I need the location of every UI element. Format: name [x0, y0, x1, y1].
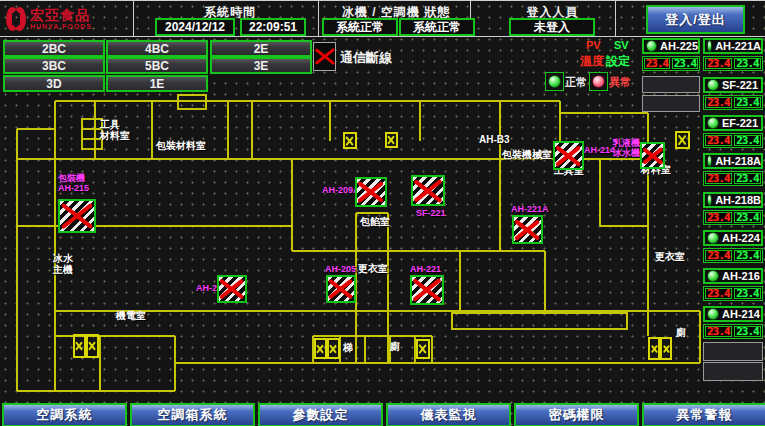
unit-sv-value: 23.4 [734, 212, 761, 223]
plan-unit-label-AH-215: 包裝機 AH-215 [58, 173, 89, 193]
floor-button-3bc[interactable]: 3BC [3, 57, 105, 74]
nav-button-password-auth[interactable]: 密碼權限 [514, 403, 639, 426]
unit-name: AH-224 [722, 232, 760, 244]
plan-unit-disconnected-icon-冰水機[interactable] [640, 142, 665, 169]
brand-name-en: HUNYA FOODS [30, 23, 92, 30]
unit-sv-value: 23.4 [734, 288, 761, 299]
header-sep-2 [318, 1, 319, 36]
plan-unit-label-冰水機: 乳液機 冰水機 [613, 138, 640, 158]
stairwell-icon [385, 132, 398, 148]
plan-unit-disconnected-icon-AH-224[interactable] [217, 275, 247, 303]
unit-pv-value: 23.4 [705, 212, 732, 223]
unit-status-led [646, 40, 657, 52]
plan-unit-disconnected-icon-AH-215[interactable] [58, 199, 96, 233]
plan-unit-disconnected-icon-AH-214[interactable] [553, 141, 584, 170]
unit-sv-value: 23.4 [734, 58, 761, 69]
pv-label: PV [586, 39, 601, 51]
unit-pv-value: 23.4 [705, 288, 732, 299]
unit-AH-218B-row[interactable]: AH-218B [703, 192, 763, 208]
header-divider [0, 36, 765, 37]
panel-empty-slot [642, 76, 700, 93]
panel-empty-slot [703, 342, 763, 361]
unit-name: SF-221 [722, 79, 758, 91]
unit-pv-value: 23.4 [705, 173, 732, 184]
header-sep-4 [615, 1, 616, 36]
room-label: 包餡室 [360, 216, 390, 227]
chiller-status: 系統正常 [322, 18, 398, 36]
unit-status-led [707, 117, 719, 129]
unit-AH-218B-values: 23.423.4 [703, 210, 763, 225]
unit-pv-value: 23.4 [644, 58, 670, 69]
plan-unit-disconnected-icon-AH-221[interactable] [410, 275, 444, 305]
floor-button-3d[interactable]: 3D [3, 75, 105, 92]
unit-name: AH-214 [722, 308, 760, 320]
unit-sv-value: 23.4 [734, 135, 761, 146]
unit-AH-218A-row[interactable]: AH-218A [703, 153, 763, 169]
unit-AH-225-values: 23.423.4 [642, 56, 700, 71]
plan-unit-disconnected-icon-SF-221[interactable] [411, 175, 445, 206]
floor-button-5bc[interactable]: 5BC [106, 57, 208, 74]
unit-name: AH-218A [715, 155, 761, 167]
unit-pv-value: 23.4 [705, 97, 732, 108]
stairwell-icon [648, 337, 660, 360]
floor-button-3e[interactable]: 3E [210, 57, 312, 74]
stairwell-icon [86, 334, 99, 358]
plan-unit-disconnected-icon-AH-209A[interactable] [355, 177, 387, 207]
unit-AH-224-row[interactable]: AH-224 [703, 230, 763, 246]
unit-AH-225-row[interactable]: AH-225 [642, 38, 700, 54]
unit-status-led [707, 270, 719, 282]
temp-label: 溫度 [580, 53, 604, 70]
room-label: 廁 [676, 327, 686, 338]
nav-button-ahu-system[interactable]: 空調箱系統 [130, 403, 255, 426]
comm-disconnect-icon [313, 42, 336, 71]
nav-button-parameter-settings[interactable]: 參數設定 [258, 403, 383, 426]
floor-button-4bc[interactable]: 4BC [106, 40, 208, 57]
abnormal-label: 異常 [609, 75, 631, 90]
normal-led [545, 72, 564, 91]
room-label: 包裝材料室 [156, 140, 206, 151]
plan-unit-disconnected-icon-AH-205[interactable] [326, 275, 356, 303]
unit-sv-value: 23.4 [734, 250, 761, 261]
unit-EF-221-row[interactable]: EF-221 [703, 115, 763, 131]
unit-SF-221-row[interactable]: SF-221 [703, 77, 763, 93]
unit-name: EF-221 [722, 117, 758, 129]
room-label: 機電室 [116, 310, 146, 321]
unit-status-led [707, 308, 719, 320]
unit-sv-value: 23.4 [734, 97, 761, 108]
plan-unit-label-AH-209A: AH-209A [322, 185, 360, 195]
unit-sv-value: 23.4 [734, 173, 761, 184]
nav-button-hvac-system[interactable]: 空調系統 [2, 403, 127, 426]
unit-sv-value: 23.4 [734, 326, 761, 337]
comm-disconnect-label: 通信斷線 [340, 49, 392, 67]
unit-AH-221A-row[interactable]: AH-221A [703, 38, 763, 54]
nav-button-alarm-report[interactable]: 異常警報 [642, 403, 765, 426]
plan-unit-label-AH-214: AH-214 [584, 145, 615, 155]
unit-pv-value: 23.4 [705, 326, 732, 337]
unit-status-led [707, 155, 712, 167]
logo-icon [6, 7, 26, 31]
plan-unit-disconnected-icon-AH-221A[interactable] [512, 215, 543, 244]
unit-AH-224-values: 23.423.4 [703, 248, 763, 263]
unit-EF-221-values: 23.423.4 [703, 133, 763, 148]
nav-button-meter-monitor[interactable]: 儀表監視 [386, 403, 511, 426]
room-label: 更衣室 [358, 263, 388, 274]
stairwell-icon [660, 337, 672, 360]
login-logout-button[interactable]: 登入/登出 [646, 5, 745, 34]
unit-name: AH-216 [722, 270, 760, 282]
company-logo: 宏亞食品 HUNYA FOODS [6, 3, 128, 35]
floor-button-1e[interactable]: 1E [106, 75, 208, 92]
system-clock-value: 22:09:51 [240, 18, 306, 36]
room-label: 更衣室 [655, 251, 685, 262]
unit-name: AH-221A [715, 40, 761, 52]
stairwell-icon [343, 132, 357, 149]
abnormal-led [589, 72, 608, 91]
floor-button-2bc[interactable]: 2BC [3, 40, 105, 57]
hmi-screen: 宏亞食品 HUNYA FOODS 系統時間 2024/12/12 22:09:5… [0, 0, 765, 426]
unit-AH-214-row[interactable]: AH-214 [703, 306, 763, 322]
floor-button-2e[interactable]: 2E [210, 40, 312, 57]
unit-status-led [707, 232, 719, 244]
unit-AH-216-row[interactable]: AH-216 [703, 268, 763, 284]
setting-label: 設定 [606, 53, 630, 70]
unit-status-led [707, 194, 712, 206]
unit-name: AH-218B [715, 194, 761, 206]
